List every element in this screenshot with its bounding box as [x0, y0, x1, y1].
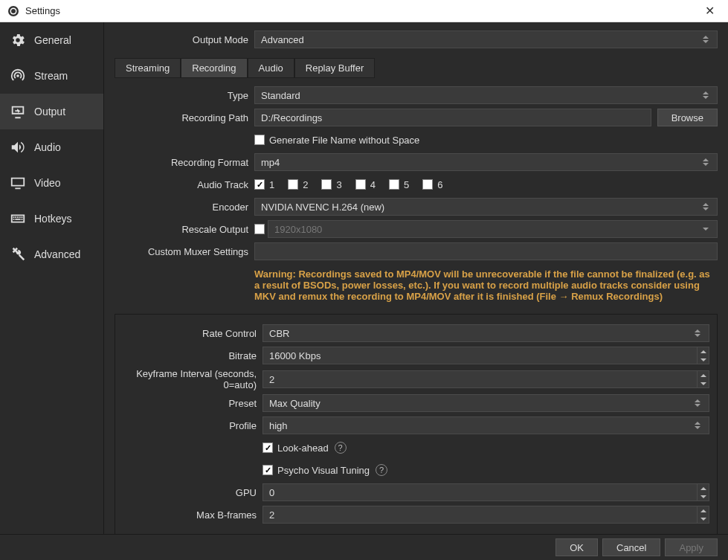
preset-select[interactable]: Max Quality — [262, 394, 709, 412]
select-arrows-icon — [692, 396, 703, 410]
rescale-output-label: Rescale Output — [115, 224, 248, 235]
gear-icon — [9, 31, 27, 49]
psycho-visual-label: Psycho Visual Tuning — [277, 465, 370, 476]
sidebar-item-stream[interactable]: Stream — [0, 58, 103, 94]
track-2-checkbox[interactable] — [288, 179, 298, 190]
track-3-label: 3 — [336, 179, 341, 190]
lookahead-checkbox[interactable] — [262, 442, 273, 453]
bitrate-label: Bitrate — [123, 350, 257, 361]
gpu-input[interactable] — [262, 483, 698, 501]
close-button[interactable]: ✕ — [699, 2, 721, 19]
select-arrows-icon — [692, 326, 703, 340]
lookahead-label: Look-ahead — [277, 442, 329, 454]
sidebar-item-audio[interactable]: Audio — [0, 129, 103, 165]
spin-down-icon[interactable] — [698, 492, 709, 501]
titlebar: Settings ✕ — [0, 0, 728, 22]
preset-label: Preset — [123, 398, 257, 409]
type-select[interactable]: Standard — [254, 86, 718, 104]
cancel-button[interactable]: Cancel — [602, 538, 660, 556]
track-2-label: 2 — [303, 179, 308, 190]
keyboard-icon — [9, 210, 27, 228]
spin-down-icon[interactable] — [698, 355, 709, 364]
rescale-output-select[interactable]: 1920x1080 — [268, 220, 718, 238]
sidebar: General Stream Output Audio Video — [0, 22, 104, 534]
sidebar-item-label: Output — [34, 106, 65, 118]
recording-path-label: Recording Path — [115, 112, 248, 123]
rescale-output-checkbox[interactable] — [254, 224, 265, 234]
sidebar-item-general[interactable]: General — [0, 22, 103, 58]
tab-audio[interactable]: Audio — [248, 58, 294, 78]
gen-filename-label: Generate File Name without Space — [269, 135, 419, 146]
track-4-checkbox[interactable] — [355, 179, 366, 190]
rate-control-label: Rate Control — [123, 328, 257, 339]
recording-format-select[interactable]: mp4 — [254, 153, 718, 171]
spin-up-icon[interactable] — [698, 506, 709, 515]
chevron-down-icon — [700, 222, 711, 236]
select-arrows-icon — [700, 200, 711, 213]
window-title: Settings — [25, 5, 60, 16]
tab-streaming[interactable]: Streaming — [115, 58, 181, 78]
output-tabs: Streaming Recording Audio Replay Buffer — [115, 58, 718, 78]
svg-point-2 — [11, 9, 16, 13]
encoder-label: Encoder — [115, 202, 248, 213]
sidebar-item-output[interactable]: Output — [0, 94, 103, 129]
tab-recording[interactable]: Recording — [181, 58, 247, 78]
profile-label: Profile — [123, 420, 257, 431]
sidebar-item-label: Stream — [34, 70, 68, 82]
track-5-label: 5 — [404, 179, 409, 190]
gen-filename-checkbox[interactable] — [254, 135, 265, 145]
select-arrows-icon — [700, 88, 711, 102]
browse-button[interactable]: Browse — [657, 109, 718, 126]
spin-up-icon[interactable] — [698, 484, 709, 492]
tools-icon — [9, 245, 27, 263]
track-1-checkbox[interactable] — [254, 179, 265, 190]
output-mode-select[interactable]: Advanced — [254, 30, 718, 48]
monitor-arrow-icon — [9, 103, 27, 120]
sidebar-item-hotkeys[interactable]: Hotkeys — [0, 201, 103, 236]
track-5-checkbox[interactable] — [389, 179, 399, 190]
help-icon[interactable]: ? — [376, 464, 387, 476]
output-mode-label: Output Mode — [115, 34, 248, 45]
select-arrows-icon — [700, 33, 711, 46]
spin-up-icon[interactable] — [698, 371, 709, 379]
help-icon[interactable]: ? — [335, 442, 347, 454]
rate-control-select[interactable]: CBR — [262, 324, 709, 342]
sidebar-item-label: Advanced — [34, 248, 80, 260]
custom-muxer-label: Custom Muxer Settings — [115, 246, 248, 257]
track-3-checkbox[interactable] — [321, 179, 332, 190]
apply-button[interactable]: Apply — [665, 538, 718, 556]
track-6-label: 6 — [437, 179, 442, 190]
select-arrows-icon — [700, 155, 711, 169]
monitor-icon — [9, 174, 27, 192]
broadcast-icon — [9, 67, 27, 85]
type-label: Type — [115, 90, 248, 101]
custom-muxer-input[interactable] — [254, 242, 718, 260]
audio-track-label: Audio Track — [115, 179, 248, 190]
spin-down-icon[interactable] — [698, 379, 709, 387]
sidebar-item-video[interactable]: Video — [0, 165, 103, 201]
gpu-label: GPU — [123, 487, 257, 498]
sidebar-item-label: General — [34, 34, 71, 46]
encoder-select[interactable]: NVIDIA NVENC H.264 (new) — [254, 198, 718, 216]
bitrate-input[interactable] — [262, 347, 698, 364]
sidebar-item-advanced[interactable]: Advanced — [0, 236, 103, 272]
recording-path-input[interactable] — [254, 109, 651, 126]
content-panel: Output Mode Advanced Streaming Recording… — [104, 22, 728, 534]
max-bframes-label: Max B-frames — [123, 509, 257, 521]
keyframe-interval-input[interactable] — [262, 370, 698, 388]
tab-replay-buffer[interactable]: Replay Buffer — [294, 58, 376, 78]
psycho-visual-checkbox[interactable] — [262, 465, 273, 475]
keyframe-interval-label: Keyframe Interval (seconds, 0=auto) — [123, 368, 257, 390]
track-6-checkbox[interactable] — [422, 179, 433, 190]
speaker-icon — [9, 138, 27, 156]
spin-down-icon[interactable] — [698, 515, 709, 523]
track-4-label: 4 — [370, 179, 376, 190]
max-bframes-input[interactable] — [262, 506, 698, 524]
recording-format-label: Recording Format — [115, 157, 248, 168]
ok-button[interactable]: OK — [555, 538, 598, 556]
encoder-settings-panel: Rate Control CBR Bitrate — [115, 314, 718, 534]
dialog-button-bar: OK Cancel Apply — [0, 534, 728, 560]
profile-select[interactable]: high — [262, 416, 709, 434]
sidebar-item-label: Video — [34, 177, 61, 189]
spin-up-icon[interactable] — [698, 347, 709, 355]
